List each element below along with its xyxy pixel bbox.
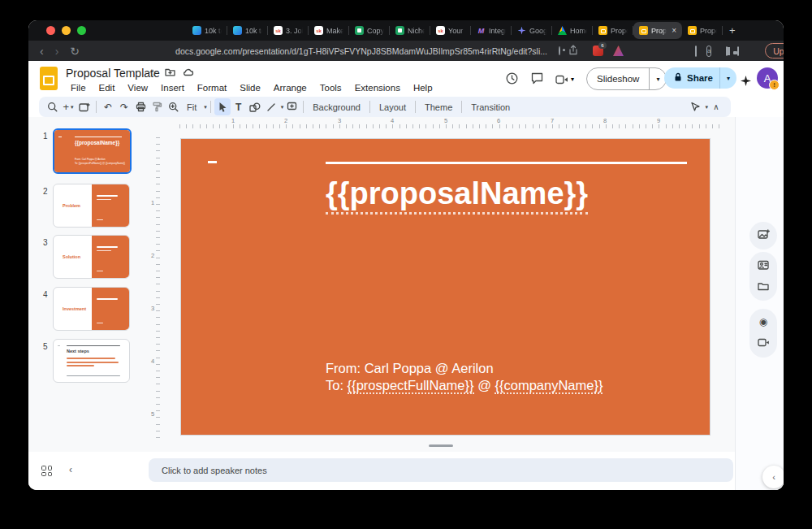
close-tab-icon[interactable]: × xyxy=(672,26,676,35)
record-icon[interactable]: ◉ xyxy=(759,316,767,327)
slideshow-button[interactable]: Slideshow ▾ xyxy=(586,67,667,90)
expand-side-panel-button[interactable]: ‹ xyxy=(762,466,784,488)
document-title[interactable]: Proposal Template xyxy=(66,67,160,80)
image-person-icon[interactable] xyxy=(758,258,769,273)
camera-clip-icon[interactable] xyxy=(758,336,769,350)
menu-bar: File Edit View Insert Format Slide Arran… xyxy=(66,82,438,93)
zoom-window-button[interactable] xyxy=(77,26,86,35)
pen-tools-icon[interactable] xyxy=(687,98,703,115)
filmstrip-item: 1 {{proposalName}} From: Carl Poppa @ Ae… xyxy=(28,128,150,172)
back-button[interactable]: ‹ xyxy=(40,46,44,57)
comments-icon[interactable] xyxy=(530,72,544,89)
background-button[interactable]: Background xyxy=(307,102,366,112)
menu-edit[interactable]: Edit xyxy=(94,82,120,93)
slides-logo-icon[interactable] xyxy=(40,67,58,90)
forward-button[interactable]: › xyxy=(55,46,59,57)
close-window-button[interactable] xyxy=(46,26,55,35)
search-tabs-icon[interactable]: a xyxy=(706,46,711,57)
menu-arrange[interactable]: Arrange xyxy=(269,82,312,93)
address-url[interactable]: docs.google.com/presentation/d/1gT-H8iVP… xyxy=(175,46,547,56)
camera-dropdown-icon[interactable]: ▾ xyxy=(571,76,574,83)
extensions-icon[interactable] xyxy=(695,46,697,57)
zoom-select[interactable]: Fit xyxy=(181,102,202,112)
menu-tools[interactable]: Tools xyxy=(315,82,347,93)
reload-button[interactable]: ↻ xyxy=(70,46,80,57)
transition-button[interactable]: Transition xyxy=(465,102,516,112)
slide-thumbnail-1[interactable]: {{proposalName}} From: Carl Poppa @ Aeri… xyxy=(53,128,132,174)
tab[interactable]: 10k to $1 xyxy=(227,20,268,41)
tab[interactable]: Your thi xyxy=(430,20,471,41)
cloud-status-icon[interactable] xyxy=(183,67,194,79)
tab[interactable]: Home - C xyxy=(552,20,593,41)
shapes-icon[interactable] xyxy=(247,98,263,115)
slide-thumbnail-2[interactable]: Problem xyxy=(53,184,130,228)
star-icon[interactable]: ☆ xyxy=(149,67,158,79)
collapse-toolbar-icon[interactable]: ∧ xyxy=(708,98,724,115)
add-image-icon[interactable] xyxy=(758,228,770,243)
slide-subtitle[interactable]: From: Carl Poppa @ Aerilon To: {{prospec… xyxy=(326,360,603,394)
tab[interactable]: Proposal xyxy=(593,20,633,41)
share-label: Share xyxy=(687,73,713,83)
tab-label: Proposal xyxy=(611,27,628,35)
collapse-filmstrip-icon[interactable]: ‹ xyxy=(69,464,72,475)
avatar[interactable]: A ! xyxy=(757,67,778,89)
line-tool-icon[interactable] xyxy=(263,98,279,115)
tab-label: Proposal xyxy=(700,27,717,35)
slide-thumbnail-5[interactable]: Next steps xyxy=(53,339,130,383)
undo-button[interactable]: ↶ xyxy=(100,98,116,115)
tab[interactable]: 10k to $1 xyxy=(187,20,227,41)
version-history-icon[interactable] xyxy=(505,72,519,89)
tab[interactable]: Integratio xyxy=(471,20,512,41)
new-slide-layout-icon[interactable] xyxy=(76,98,93,115)
slide-thumbnail-4[interactable]: Investment xyxy=(53,287,130,331)
share-button[interactable]: Share ▾ xyxy=(664,67,736,89)
slide-canvas[interactable]: {{proposalName}} From: Carl Poppa @ Aeri… xyxy=(180,138,710,436)
preview-eye-icon[interactable] xyxy=(559,46,560,55)
notes-resize-handle[interactable] xyxy=(429,444,453,447)
menu-extensions[interactable]: Extensions xyxy=(350,82,405,93)
picture-in-picture-icon[interactable] xyxy=(737,46,739,56)
menu-file[interactable]: File xyxy=(66,82,91,93)
slide-thumbnail-3[interactable]: Solution xyxy=(53,235,130,279)
print-button[interactable] xyxy=(132,98,149,115)
slide-title[interactable]: {{proposalName}} xyxy=(326,176,588,211)
update-button[interactable]: Update xyxy=(765,43,784,59)
share-dropdown-icon[interactable]: ▾ xyxy=(720,67,736,89)
new-tab-button[interactable]: + xyxy=(729,24,736,37)
tab[interactable]: Proposal xyxy=(682,20,723,41)
zoom-icon[interactable] xyxy=(165,98,181,115)
sidebar-toggle-icon[interactable] xyxy=(726,46,728,56)
meet-camera-icon[interactable] xyxy=(555,73,568,88)
new-slide-button[interactable]: +▾ xyxy=(60,98,76,115)
menu-format[interactable]: Format xyxy=(192,82,231,93)
tab[interactable]: Niche Di xyxy=(390,20,430,41)
extension-icon[interactable]: 6 xyxy=(593,46,603,56)
tab-active[interactable]: Prop× xyxy=(633,22,682,39)
tab[interactable]: Google C xyxy=(512,20,552,41)
grid-view-icon[interactable] xyxy=(41,466,52,476)
gemini-sparkle-icon[interactable] xyxy=(741,76,751,86)
move-folder-icon[interactable] xyxy=(165,67,175,79)
menu-slide[interactable]: Slide xyxy=(235,82,266,93)
tab[interactable]: 3. Join 3 xyxy=(268,20,309,41)
share-page-icon[interactable] xyxy=(568,45,578,57)
extension-icon[interactable]: 2 xyxy=(613,46,624,56)
layout-button[interactable]: Layout xyxy=(374,102,412,112)
text-box-icon[interactable]: T xyxy=(231,98,247,115)
tab[interactable]: Copy of xyxy=(349,20,390,41)
menu-view[interactable]: View xyxy=(123,82,153,93)
menu-help[interactable]: Help xyxy=(408,82,438,93)
menu-insert[interactable]: Insert xyxy=(156,82,189,93)
search-menus-icon[interactable] xyxy=(44,98,60,115)
side-panel-group: ◉ xyxy=(749,309,777,358)
redo-button[interactable]: ↷ xyxy=(116,98,132,115)
theme-button[interactable]: Theme xyxy=(419,102,458,112)
speaker-notes-input[interactable]: Click to add speaker notes xyxy=(149,458,733,482)
insert-comment-icon[interactable] xyxy=(283,98,300,115)
folder-icon[interactable] xyxy=(758,280,769,294)
select-tool-icon[interactable] xyxy=(214,98,231,115)
paint-format-icon[interactable] xyxy=(149,98,165,115)
minimize-window-button[interactable] xyxy=(62,26,71,35)
zoom-dropdown-icon[interactable]: ▾ xyxy=(204,104,207,111)
tab[interactable]: Maker Sc xyxy=(309,20,349,41)
